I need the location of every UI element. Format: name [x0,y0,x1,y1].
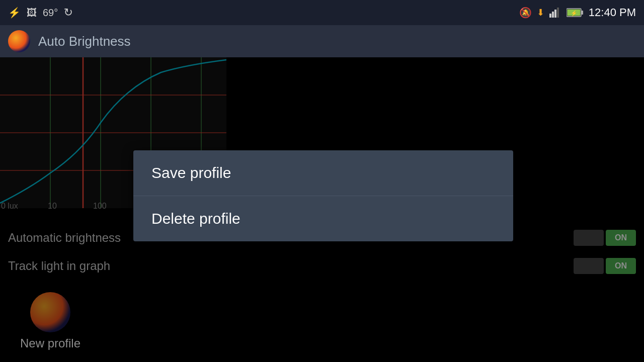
image-icon: 🖼 [27,7,37,19]
status-time: 12:40 PM [589,6,636,19]
temperature-label: 69° [43,7,58,19]
main-content: 0 lux 10 100 Automatic brightness ON Tra… [0,57,644,362]
status-right-icons: 🔕 ⬇ ⚡ 12:40 PM [519,6,636,19]
app-title: Auto Brightness [38,34,131,49]
save-profile-menu-item[interactable]: Save profile [133,150,513,196]
context-menu: Save profile Delete profile [133,150,513,241]
app-icon [8,30,30,52]
status-left-icons: ⚡ 🖼 69° ↺ [8,6,73,19]
usb-icon: ⚡ [8,7,21,19]
vibrate-icon: 🔕 [519,7,532,19]
app-titlebar: Auto Brightness [0,25,644,57]
svg-rect-6 [581,11,583,15]
battery-icon: ⚡ [567,8,584,17]
delete-profile-menu-item[interactable]: Delete profile [133,196,513,241]
status-bar: ⚡ 🖼 69° ↺ 🔕 ⬇ ⚡ 12:40 PM [0,0,644,25]
svg-rect-0 [549,14,551,18]
refresh-icon: ↺ [64,6,73,19]
download-icon: ⬇ [537,7,544,18]
svg-rect-2 [554,10,556,18]
signal-icon [549,8,561,18]
svg-rect-1 [552,12,554,18]
svg-text:⚡: ⚡ [571,10,578,17]
svg-rect-3 [557,8,559,18]
